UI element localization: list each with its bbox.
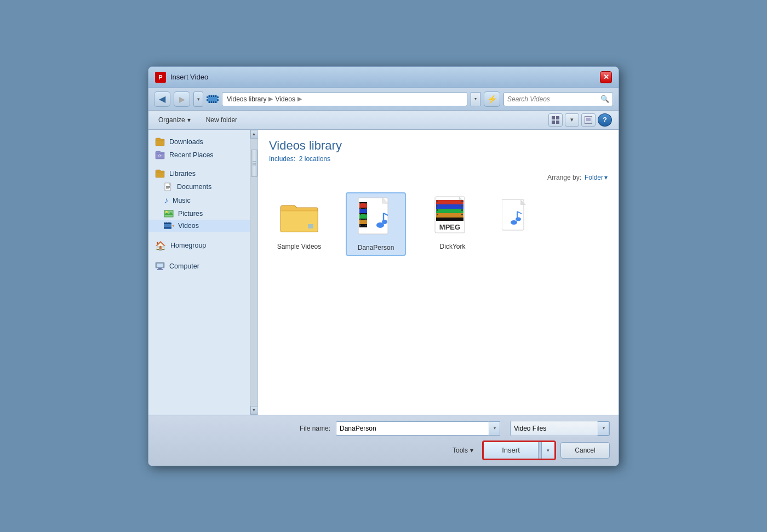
svg-rect-65 xyxy=(437,201,438,202)
back-button[interactable]: ◀ xyxy=(154,91,170,107)
scroll-down-arrow[interactable]: ▼ xyxy=(250,406,258,415)
address-path[interactable]: Videos library ▶ Videos ▶ xyxy=(222,92,467,106)
preview-icon xyxy=(585,116,592,124)
file-grid: Sample Videos xyxy=(269,192,608,256)
tools-label: Tools xyxy=(453,447,468,454)
file-item-sample-videos[interactable]: Sample Videos xyxy=(269,192,329,254)
downloads-label: Downloads xyxy=(169,138,203,146)
sidebar-item-libraries[interactable]: Libraries xyxy=(148,167,250,180)
svg-rect-50 xyxy=(365,203,367,204)
location-icon xyxy=(207,93,219,105)
sidebar-scrollbar: ▲ ▼ xyxy=(250,130,257,415)
svg-rect-15 xyxy=(552,121,555,124)
svg-rect-21 xyxy=(166,186,170,187)
svg-rect-4 xyxy=(217,99,219,101)
folder-svg xyxy=(279,201,319,234)
sidebar-item-music[interactable]: ♪ Music xyxy=(148,193,250,208)
close-button[interactable]: ✕ xyxy=(600,71,612,83)
includes-label: Includes: xyxy=(269,155,295,163)
locations-link[interactable]: 2 locations xyxy=(299,155,330,163)
svg-rect-36 xyxy=(158,268,162,269)
svg-point-76 xyxy=(516,217,521,221)
sidebar-item-homegroup[interactable]: 🏠 Homegroup xyxy=(148,238,250,253)
svg-rect-43 xyxy=(359,214,367,219)
help-button[interactable]: ? xyxy=(598,113,612,127)
svg-rect-45 xyxy=(360,203,361,204)
scroll-up-arrow[interactable]: ▲ xyxy=(250,130,258,139)
sidebar-item-documents[interactable]: Documents xyxy=(148,180,250,193)
view-button[interactable] xyxy=(548,113,563,127)
sidebar-item-computer[interactable]: Computer xyxy=(148,260,250,273)
file-area: Videos library Includes: 2 locations Arr… xyxy=(258,130,619,415)
address-dropdown-button[interactable]: ▾ xyxy=(471,92,480,106)
filetype-dropdown-button[interactable]: ▾ xyxy=(598,421,609,436)
svg-rect-18 xyxy=(586,118,591,121)
computer-label: Computer xyxy=(169,262,199,270)
refresh-button[interactable]: ⚡ xyxy=(484,91,500,107)
svg-rect-66 xyxy=(437,205,438,207)
svg-rect-62 xyxy=(436,204,463,209)
svg-rect-31 xyxy=(168,222,169,224)
videos-sidebar-icon xyxy=(164,222,174,230)
svg-rect-38 xyxy=(308,224,313,228)
preview-button[interactable] xyxy=(581,113,596,127)
library-title: Videos library xyxy=(269,139,608,153)
computer-icon xyxy=(155,262,165,271)
video-icon-danaperson xyxy=(354,197,398,241)
file-label-danaperson: DanaPerson xyxy=(358,244,394,251)
svg-rect-16 xyxy=(556,121,559,124)
insert-button[interactable]: Insert xyxy=(484,442,539,459)
sidebar-item-videos[interactable]: Videos xyxy=(148,220,250,232)
address-bar: ◀ ▶ ▾ Videos library ▶ Videos ▶ ▾ ⚡ xyxy=(148,88,619,111)
file-item-partial[interactable] xyxy=(499,192,532,246)
app-icon: P xyxy=(155,72,166,83)
file-item-danaperson[interactable]: DanaPerson xyxy=(346,192,406,256)
search-input[interactable] xyxy=(507,95,598,103)
view-icon xyxy=(552,116,559,124)
svg-rect-3 xyxy=(217,96,219,98)
svg-rect-9 xyxy=(209,101,210,103)
forward-button[interactable]: ▶ xyxy=(174,91,190,107)
filetype-select[interactable]: Video Files xyxy=(511,421,598,436)
arrange-value[interactable]: Folder ▾ xyxy=(585,174,608,181)
svg-rect-2 xyxy=(207,99,208,101)
insert-video-dialog: P Insert Video ✕ ◀ ▶ ▾ Videos library ▶ xyxy=(148,66,619,466)
downloads-icon xyxy=(155,138,165,146)
svg-rect-12 xyxy=(215,101,216,103)
path-sep-2: ▶ xyxy=(297,95,302,102)
search-box: 🔍 xyxy=(503,92,613,106)
filename-input[interactable] xyxy=(336,421,489,436)
library-header: Videos library Includes: 2 locations xyxy=(269,139,608,163)
svg-rect-29 xyxy=(164,222,165,224)
nav-dropdown-button[interactable]: ▾ xyxy=(193,91,203,107)
videos-label: Videos xyxy=(178,222,199,230)
tools-button[interactable]: Tools ▾ xyxy=(453,447,473,454)
search-icon[interactable]: 🔍 xyxy=(600,95,609,103)
tools-dropdown-icon: ▾ xyxy=(470,447,473,454)
file-item-dickyork[interactable]: MPEG DickYork xyxy=(422,192,483,254)
scroll-thumb[interactable] xyxy=(251,150,257,177)
svg-point-56 xyxy=(382,220,387,224)
sidebar-item-downloads[interactable]: Downloads xyxy=(148,135,250,148)
scroll-track xyxy=(250,139,257,406)
svg-rect-51 xyxy=(365,208,367,209)
svg-rect-14 xyxy=(556,116,559,119)
sidebar-item-recent[interactable]: ⟳ Recent Places xyxy=(148,148,250,162)
file-label-dickyork: DickYork xyxy=(440,243,466,250)
svg-rect-44 xyxy=(359,220,367,224)
new-folder-button[interactable]: New folder xyxy=(203,115,241,125)
path-libraries: Videos library xyxy=(227,95,266,103)
svg-rect-35 xyxy=(157,264,163,267)
svg-rect-28 xyxy=(164,227,171,228)
filename-dropdown-button[interactable]: ▾ xyxy=(489,421,500,436)
view-dropdown-button[interactable]: ▾ xyxy=(565,113,579,127)
organize-button[interactable]: Organize ▾ xyxy=(155,115,194,125)
filename-label: File name: xyxy=(300,425,330,432)
svg-rect-54 xyxy=(365,225,367,226)
svg-rect-37 xyxy=(157,269,163,270)
sidebar-item-pictures[interactable]: Pictures xyxy=(148,208,250,220)
insert-dropdown-button[interactable]: ▾ xyxy=(541,442,554,459)
recent-icon: ⟳ xyxy=(155,151,165,159)
cancel-button[interactable]: Cancel xyxy=(560,442,610,459)
svg-rect-70 xyxy=(461,205,463,207)
